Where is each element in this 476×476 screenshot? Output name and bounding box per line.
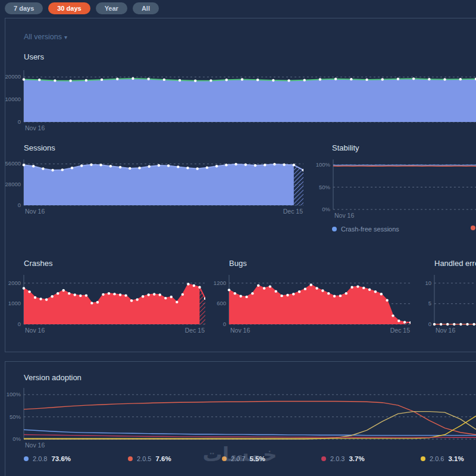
- svg-text:50%: 50%: [10, 414, 21, 420]
- svg-text:28000: 28000: [5, 181, 21, 187]
- legend-version-2-0-6[interactable]: 2.0.6 3.1%: [421, 455, 464, 462]
- svg-text:100%: 100%: [7, 391, 21, 397]
- svg-text:0: 0: [18, 202, 21, 208]
- legend-version-label: 2.0.6: [430, 455, 444, 462]
- svg-text:Nov 16: Nov 16: [334, 212, 354, 219]
- svg-text:Dec 15: Dec 15: [185, 327, 205, 334]
- filter-pill-7-days[interactable]: 7 days: [5, 2, 43, 14]
- filter-pill-30-days[interactable]: 30 days: [48, 2, 90, 14]
- stability-chart: 100%50%0%Nov 16: [315, 159, 476, 220]
- filter-pill-year[interactable]: Year: [96, 2, 127, 14]
- legend-dot: [321, 456, 326, 461]
- svg-text:Nov 16: Nov 16: [25, 124, 45, 131]
- version-adoption-chart: 100%50%0%Nov 16: [5, 388, 476, 450]
- version-adoption-panel: Version adoption 100%50%0%Nov 16 2.0.8 7…: [5, 361, 476, 476]
- legend-version-2-0-5[interactable]: 2.0.5 7.6%: [128, 455, 171, 462]
- filter-pill-all[interactable]: All: [133, 2, 159, 14]
- svg-text:1000: 1000: [8, 300, 21, 306]
- sessions-chart: 56000280000Nov 16Dec 15: [5, 159, 303, 216]
- legend-version-pct: 5.5%: [249, 455, 265, 462]
- svg-text:50%: 50%: [319, 184, 331, 190]
- svg-text:Nov 16: Nov 16: [25, 441, 45, 449]
- legend-version-pct: 7.6%: [155, 455, 171, 462]
- svg-text:Nov 16: Nov 16: [436, 327, 455, 334]
- stability-chart-title: Stability: [332, 143, 359, 152]
- legend-dot: [128, 456, 133, 461]
- svg-text:1200: 1200: [214, 280, 226, 286]
- legend-crash-free-users-clipped[interactable]: [471, 226, 476, 230]
- svg-text:10000: 10000: [5, 96, 21, 102]
- svg-text:20000: 20000: [5, 73, 21, 80]
- legend-version-label: 2.0.5: [137, 455, 151, 462]
- crashes-chart: 200010000Nov 16Dec 15: [5, 275, 205, 335]
- legend-version-label: 2.0.8: [33, 455, 47, 462]
- legend-version-pct: 73.6%: [51, 455, 71, 462]
- svg-text:0%: 0%: [322, 206, 330, 212]
- legend-dot: [222, 456, 227, 461]
- svg-text:5: 5: [428, 300, 431, 306]
- legend-dot: [471, 226, 475, 230]
- legend-version-label: 2.0.3: [330, 455, 345, 462]
- svg-text:Nov 16: Nov 16: [25, 327, 45, 334]
- svg-text:Dec 15: Dec 15: [283, 208, 303, 215]
- version-adoption-chart-title: Version adoption: [24, 373, 82, 382]
- svg-text:0: 0: [223, 321, 226, 327]
- sessions-chart-title: Sessions: [24, 143, 55, 152]
- legend-dot: [421, 456, 425, 461]
- handled-errors-chart-title: Handled errors: [434, 259, 476, 268]
- legend-version-2-0-3[interactable]: 2.0.3 3.7%: [321, 455, 365, 462]
- svg-text:0: 0: [428, 321, 431, 327]
- handled-errors-chart: 1050Nov 16: [416, 275, 476, 335]
- svg-text:600: 600: [217, 300, 226, 306]
- bugs-chart-title: Bugs: [229, 259, 247, 268]
- legend-version-pct: 3.7%: [349, 455, 364, 462]
- legend-label: Crash-free sessions: [341, 226, 399, 233]
- legend-crash-free-sessions[interactable]: Crash-free sessions: [332, 226, 399, 233]
- legend-dot: [24, 456, 29, 461]
- legend-version-2-0-8[interactable]: 2.0.8 73.6%: [24, 455, 71, 462]
- chevron-down-icon: ▾: [64, 34, 67, 40]
- svg-text:0%: 0%: [12, 436, 21, 442]
- legend-version-pct: 3.1%: [448, 455, 464, 462]
- users-chart-title: Users: [24, 52, 44, 61]
- bugs-chart: 12006000Nov 16Dec 15: [211, 275, 411, 335]
- svg-text:2000: 2000: [8, 280, 21, 286]
- svg-text:Nov 16: Nov 16: [25, 208, 45, 215]
- legend-version-2-0-7[interactable]: 2.0.7 5.5%: [222, 455, 265, 462]
- svg-text:0: 0: [18, 118, 21, 125]
- version-filter-dropdown[interactable]: All versions▾: [24, 33, 67, 41]
- legend-version-label: 2.0.7: [231, 455, 245, 462]
- time-range-filter: 7 days 30 days Year All: [5, 2, 159, 14]
- svg-text:Nov 16: Nov 16: [230, 327, 250, 334]
- svg-text:0: 0: [18, 321, 21, 327]
- svg-text:Dec 15: Dec 15: [390, 327, 410, 334]
- svg-text:56000: 56000: [5, 160, 21, 167]
- overview-panel: All versions▾ Users 20000100000Nov 16 Se…: [5, 18, 476, 352]
- svg-text:10: 10: [425, 280, 431, 286]
- users-chart: 20000100000Nov 16: [5, 70, 476, 133]
- svg-text:100%: 100%: [316, 161, 331, 168]
- version-filter-label: All versions: [24, 33, 62, 41]
- crashes-chart-title: Crashes: [24, 259, 52, 268]
- legend-dot: [332, 227, 337, 231]
